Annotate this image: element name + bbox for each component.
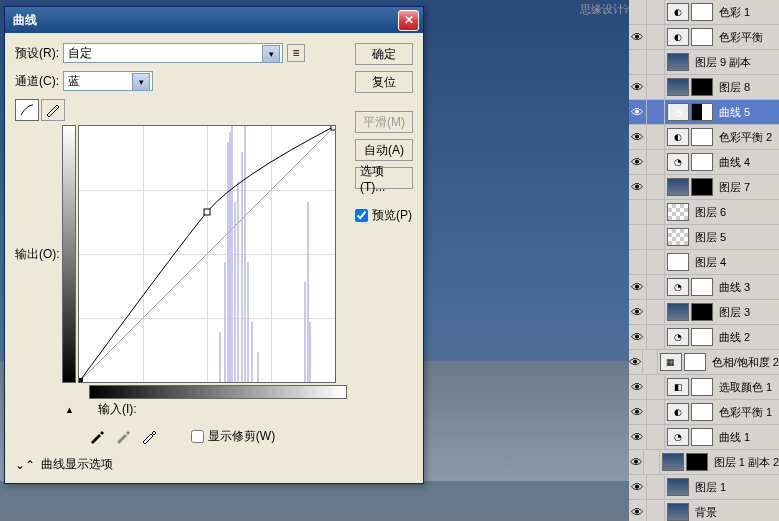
layer-thumbnail[interactable] (691, 103, 713, 121)
link-cell[interactable] (647, 325, 665, 350)
visibility-toggle[interactable] (629, 200, 647, 225)
link-cell[interactable] (647, 300, 665, 325)
link-cell[interactable] (647, 200, 665, 225)
visibility-toggle[interactable]: 👁 (629, 450, 644, 475)
adjustment-icon[interactable]: ◐ (667, 403, 689, 421)
visibility-toggle[interactable]: 👁 (629, 425, 647, 450)
layer-thumbnail[interactable] (691, 78, 713, 96)
layer-name[interactable]: 曲线 4 (715, 155, 750, 170)
link-cell[interactable] (647, 0, 665, 25)
auto-button[interactable]: 自动(A) (355, 139, 413, 161)
layer-thumbnail[interactable] (686, 453, 708, 471)
layer-thumbnail[interactable] (667, 78, 689, 96)
layer-row[interactable]: 👁◔曲线 3 (629, 275, 779, 300)
visibility-toggle[interactable] (629, 0, 647, 25)
layer-row[interactable]: 👁◐色彩平衡 (629, 25, 779, 50)
adjustment-icon[interactable]: ◐ (667, 128, 689, 146)
adjustment-icon[interactable]: ◔ (667, 328, 689, 346)
layer-name[interactable]: 图层 7 (715, 180, 750, 195)
layer-name[interactable]: 图层 8 (715, 80, 750, 95)
layer-thumbnail[interactable] (667, 478, 689, 496)
layer-thumbnail[interactable] (691, 378, 713, 396)
link-cell[interactable] (647, 125, 665, 150)
visibility-toggle[interactable]: 👁 (629, 25, 647, 50)
link-cell[interactable] (647, 100, 665, 125)
preset-menu-button[interactable]: ≡ (287, 44, 305, 62)
layer-thumbnail[interactable] (667, 53, 689, 71)
layer-row[interactable]: 👁图层 8 (629, 75, 779, 100)
layer-row[interactable]: 👁◔曲线 2 (629, 325, 779, 350)
adjustment-icon[interactable]: ◐ (667, 3, 689, 21)
visibility-toggle[interactable]: 👁 (629, 275, 647, 300)
link-cell[interactable] (647, 500, 665, 522)
layer-name[interactable]: 色相/饱和度 2 (708, 355, 779, 370)
layer-row[interactable]: 👁◔曲线 1 (629, 425, 779, 450)
layer-thumbnail[interactable] (684, 353, 706, 371)
layer-row[interactable]: 👁◐色彩平衡 2 (629, 125, 779, 150)
layer-row[interactable]: 👁背景 (629, 500, 779, 521)
curve-display-options-toggle[interactable]: ⌄⌃ 曲线显示选项 (15, 456, 347, 473)
curve-point-tool[interactable] (15, 99, 39, 121)
layer-name[interactable]: 图层 4 (691, 255, 726, 270)
visibility-toggle[interactable] (629, 50, 647, 75)
layer-thumbnail[interactable] (691, 328, 713, 346)
layer-row[interactable]: 👁图层 1 (629, 475, 779, 500)
adjustment-icon[interactable]: ◐ (667, 28, 689, 46)
cancel-button[interactable]: 复位 (355, 71, 413, 93)
layer-thumbnail[interactable] (667, 178, 689, 196)
visibility-toggle[interactable]: 👁 (629, 350, 643, 375)
layer-row[interactable]: 👁◧选取颜色 1 (629, 375, 779, 400)
visibility-toggle[interactable]: 👁 (629, 325, 647, 350)
layer-name[interactable]: 曲线 2 (715, 330, 750, 345)
adjustment-icon[interactable]: ◔ (667, 153, 689, 171)
visibility-toggle[interactable]: 👁 (629, 500, 647, 522)
adjustment-icon[interactable]: ◔ (667, 103, 689, 121)
channel-dropdown[interactable]: 蓝 (63, 71, 153, 91)
preview-checkbox[interactable] (355, 209, 368, 222)
layer-thumbnail[interactable] (667, 303, 689, 321)
show-clipping-checkbox[interactable] (191, 430, 204, 443)
preset-dropdown[interactable]: 自定 (63, 43, 283, 63)
layer-row[interactable]: 👁图层 3 (629, 300, 779, 325)
visibility-toggle[interactable]: 👁 (629, 75, 647, 100)
layer-name[interactable]: 图层 6 (691, 205, 726, 220)
layer-name[interactable]: 图层 3 (715, 305, 750, 320)
adjustment-icon[interactable]: ▦ (660, 353, 682, 371)
link-cell[interactable] (647, 150, 665, 175)
visibility-toggle[interactable]: 👁 (629, 400, 647, 425)
layer-name[interactable]: 曲线 5 (715, 105, 750, 120)
layer-row[interactable]: 👁◔曲线 5 (629, 100, 779, 125)
visibility-toggle[interactable]: 👁 (629, 100, 647, 125)
curves-chart[interactable] (78, 125, 336, 383)
link-cell[interactable] (647, 75, 665, 100)
layer-row[interactable]: 👁◔曲线 4 (629, 150, 779, 175)
adjustment-icon[interactable]: ◔ (667, 428, 689, 446)
visibility-toggle[interactable]: 👁 (629, 475, 647, 500)
adjustment-icon[interactable]: ◧ (667, 378, 689, 396)
visibility-toggle[interactable]: 👁 (629, 175, 647, 200)
curve-pencil-tool[interactable] (41, 99, 65, 121)
visibility-toggle[interactable]: 👁 (629, 375, 647, 400)
options-button[interactable]: 选项(T)... (355, 167, 413, 189)
layer-thumbnail[interactable] (691, 303, 713, 321)
layer-thumbnail[interactable] (667, 203, 689, 221)
link-cell[interactable] (644, 450, 659, 475)
layer-thumbnail[interactable] (691, 403, 713, 421)
link-cell[interactable] (647, 50, 665, 75)
link-cell[interactable] (647, 375, 665, 400)
layer-name[interactable]: 色彩平衡 2 (715, 130, 772, 145)
layer-name[interactable]: 图层 1 (691, 480, 726, 495)
link-cell[interactable] (647, 175, 665, 200)
link-cell[interactable] (647, 275, 665, 300)
link-cell[interactable] (647, 425, 665, 450)
link-cell[interactable] (647, 250, 665, 275)
link-cell[interactable] (643, 350, 657, 375)
layer-thumbnail[interactable] (691, 28, 713, 46)
eyedropper-black[interactable] (87, 426, 107, 446)
layer-row[interactable]: 👁图层 1 副本 2 (629, 450, 779, 475)
layer-name[interactable]: 选取颜色 1 (715, 380, 772, 395)
visibility-toggle[interactable]: 👁 (629, 150, 647, 175)
visibility-toggle[interactable] (629, 250, 647, 275)
close-button[interactable]: ✕ (398, 10, 419, 31)
layer-thumbnail[interactable] (691, 178, 713, 196)
